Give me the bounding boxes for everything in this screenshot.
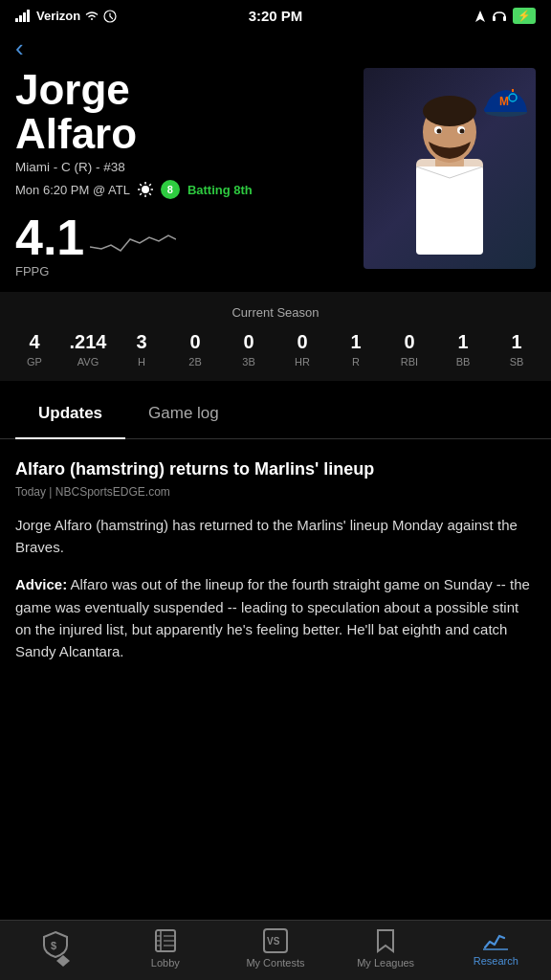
nav-item-contests[interactable]: VS My Contests [237, 928, 314, 969]
sort-icon [56, 955, 70, 967]
game-info: Mon 6:20 PM @ ATL 8 Batting 8th [15, 180, 364, 199]
svg-rect-3 [27, 10, 30, 22]
carrier-label: Verizon [36, 9, 80, 23]
status-left: Verizon [15, 9, 117, 23]
bottom-nav: $ Lobby VS My Contests [0, 920, 551, 980]
fppg-section: 4.1 FPPG [15, 212, 364, 278]
batting-order-badge: 8 [161, 180, 180, 199]
lobby-icon [154, 928, 177, 953]
svg-marker-30 [56, 955, 70, 961]
stats-section: Current Season 4 GP .214 AVG 3 H 0 2B 0 … [0, 292, 551, 381]
header: ‹ [0, 28, 551, 60]
news-source: Today | NBCSportsEDGE.com [15, 485, 536, 499]
player-info: JorgeAlfaro Miami - C (R) - #38 Mon 6:20… [15, 68, 364, 278]
nav-item-dfs[interactable]: $ [17, 930, 94, 967]
stat-gp: 4 GP [15, 331, 54, 368]
svg-text:$: $ [51, 940, 56, 951]
svg-rect-0 [15, 18, 18, 22]
svg-rect-6 [503, 16, 506, 21]
stat-r: 1 R [337, 331, 375, 368]
news-content: Alfaro (hamstring) returns to Marlins' l… [0, 439, 551, 681]
news-body: Jorge Alfaro (hamstring) has returned to… [15, 514, 536, 559]
tab-updates[interactable]: Updates [15, 389, 125, 438]
svg-line-14 [149, 185, 151, 187]
nav-item-research[interactable]: Research [457, 930, 534, 967]
season-label: Current Season [8, 305, 543, 320]
stats-grid: 4 GP .214 AVG 3 H 0 2B 0 3B 0 HR 1 R 0 R [8, 331, 543, 368]
nav-label-research: Research [474, 955, 518, 967]
sun-icon [138, 182, 153, 197]
nav-label-lobby: Lobby [151, 957, 180, 969]
status-time: 3:20 PM [249, 8, 303, 24]
location-icon [474, 10, 486, 23]
fppg-label: FPPG [15, 264, 176, 278]
stat-sb: 1 SB [497, 331, 536, 368]
player-photo-placeholder: M [364, 68, 536, 269]
stat-2b: 0 2B [176, 331, 214, 368]
player-meta: Miami - C (R) - #38 [15, 160, 364, 174]
tab-gamelog[interactable]: Game log [125, 389, 242, 438]
svg-point-23 [423, 96, 476, 126]
svg-line-12 [140, 185, 142, 187]
svg-point-26 [437, 129, 442, 134]
stat-avg: .214 AVG [69, 331, 107, 368]
battery-icon: ⚡ [513, 8, 536, 24]
sparkline-chart [90, 228, 176, 255]
research-icon [483, 930, 508, 951]
stat-3b: 0 3B [230, 331, 268, 368]
player-hero: JorgeAlfaro Miami - C (R) - #38 Mon 6:20… [0, 60, 551, 278]
headphones-icon [492, 10, 507, 23]
stat-bb: 1 BB [444, 331, 482, 368]
status-bar: Verizon 3:20 PM ⚡ [0, 0, 551, 28]
svg-point-27 [460, 129, 465, 134]
svg-rect-2 [23, 12, 26, 22]
stat-h: 3 H [122, 331, 161, 368]
team-logo: M [482, 74, 530, 122]
stat-hr: 0 HR [283, 331, 321, 368]
signal-icon [15, 10, 33, 22]
nav-item-leagues[interactable]: My Leagues [347, 928, 424, 969]
svg-text:VS: VS [267, 936, 280, 947]
batting-label: Batting 8th [187, 183, 253, 197]
svg-marker-31 [56, 961, 70, 967]
player-name: JorgeAlfaro [15, 68, 364, 156]
svg-rect-5 [493, 16, 496, 21]
contests-icon: VS [263, 928, 288, 953]
wifi-icon [84, 10, 99, 22]
fppg-value: 4.1 [15, 212, 84, 262]
news-advice: Advice: Alfaro was out of the lineup for… [15, 573, 536, 662]
svg-text:M: M [499, 95, 509, 108]
news-headline: Alfaro (hamstring) returns to Marlins' l… [15, 458, 536, 480]
svg-line-15 [140, 193, 142, 195]
status-right: ⚡ [474, 8, 536, 24]
svg-point-7 [142, 186, 149, 193]
svg-rect-28 [416, 167, 483, 255]
back-button[interactable]: ‹ [15, 33, 24, 62]
player-photo: M [364, 68, 536, 269]
content-tabs: Updates Game log [0, 389, 551, 439]
svg-line-13 [149, 193, 151, 195]
nav-item-lobby[interactable]: Lobby [127, 928, 204, 969]
svg-rect-1 [19, 15, 22, 22]
advice-text: Alfaro was out of the lineup for the fou… [15, 576, 530, 659]
nav-label-leagues: My Leagues [357, 957, 414, 969]
activity-icon [103, 10, 117, 23]
stat-rbi: 0 RBI [390, 331, 429, 368]
nav-label-contests: My Contests [246, 957, 304, 969]
leagues-icon [374, 928, 397, 953]
advice-label: Advice: [15, 576, 67, 592]
